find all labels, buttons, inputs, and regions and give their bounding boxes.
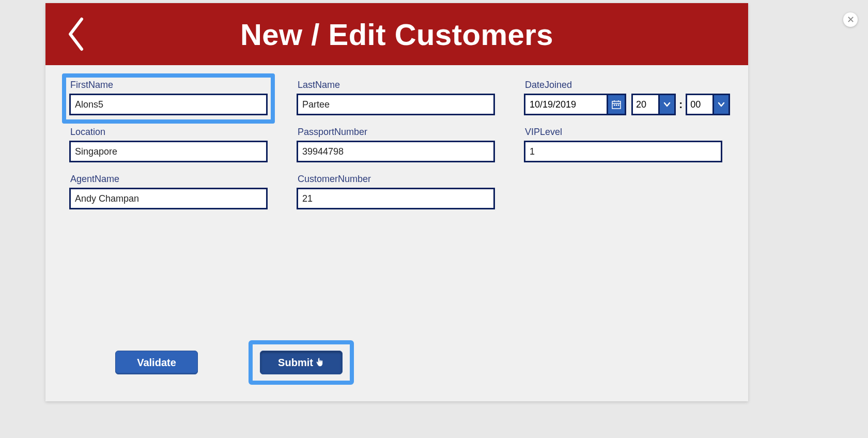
hour-chevron[interactable] (658, 94, 676, 115)
form-panel: New / Edit Customers FirstName LastName … (45, 3, 748, 401)
location-label: Location (69, 127, 268, 138)
field-customernumber: CustomerNumber (297, 174, 495, 209)
location-input[interactable] (69, 141, 268, 162)
minute-value: 00 (686, 94, 712, 115)
field-agentname: AgentName (69, 174, 268, 209)
chevron-left-icon (66, 16, 86, 52)
agentname-label: AgentName (69, 174, 268, 185)
minute-select[interactable]: 00 (686, 94, 730, 115)
form-header: New / Edit Customers (45, 3, 748, 65)
submit-button-label: Submit (278, 357, 313, 369)
form-row-3: AgentName CustomerNumber (69, 174, 724, 209)
field-viplevel: VIPLevel (524, 127, 722, 162)
customernumber-label: CustomerNumber (297, 174, 495, 185)
field-datejoined: DateJoined (524, 80, 722, 115)
submit-highlight: Submit (249, 340, 354, 385)
svg-rect-4 (614, 104, 615, 106)
cursor-pointer-icon (316, 358, 324, 367)
customernumber-input[interactable] (297, 188, 495, 209)
hour-value: 20 (631, 94, 658, 115)
submit-button[interactable]: Submit (260, 351, 343, 374)
passportnumber-input[interactable] (297, 141, 495, 162)
viplevel-label: VIPLevel (524, 127, 722, 138)
datejoined-label: DateJoined (524, 80, 722, 90)
lastname-input[interactable] (297, 94, 495, 115)
button-bar: Validate Submit (115, 340, 354, 385)
datejoined-group: 20 : 00 (524, 94, 722, 115)
svg-rect-5 (616, 104, 617, 106)
back-button[interactable] (61, 11, 91, 57)
form-row-2: Location PassportNumber VIPLevel (69, 127, 724, 162)
chevron-down-icon (717, 100, 725, 109)
agentname-input[interactable] (69, 188, 268, 209)
field-lastname: LastName (297, 80, 495, 115)
minute-chevron[interactable] (712, 94, 730, 115)
viplevel-input[interactable] (524, 141, 722, 162)
datejoined-date-input[interactable] (524, 94, 607, 115)
field-firstname: FirstName (62, 73, 275, 124)
firstname-label: FirstName (69, 80, 268, 90)
page-title: New / Edit Customers (240, 17, 553, 52)
form-row-1: FirstName LastName DateJoined (69, 80, 724, 115)
firstname-input[interactable] (69, 94, 268, 115)
chevron-down-icon (663, 100, 671, 109)
passportnumber-label: PassportNumber (297, 127, 495, 138)
calendar-button[interactable] (607, 94, 626, 115)
time-separator: : (679, 98, 683, 111)
lastname-label: LastName (297, 80, 495, 90)
validate-button-label: Validate (137, 357, 176, 369)
close-icon: ✕ (847, 14, 855, 25)
validate-button[interactable]: Validate (115, 351, 198, 374)
field-passportnumber: PassportNumber (297, 127, 495, 162)
svg-rect-6 (618, 104, 619, 106)
hour-select[interactable]: 20 (631, 94, 676, 115)
field-location: Location (69, 127, 268, 162)
form-area: FirstName LastName DateJoined (45, 65, 748, 221)
close-button[interactable]: ✕ (843, 12, 858, 27)
calendar-icon (612, 100, 621, 109)
